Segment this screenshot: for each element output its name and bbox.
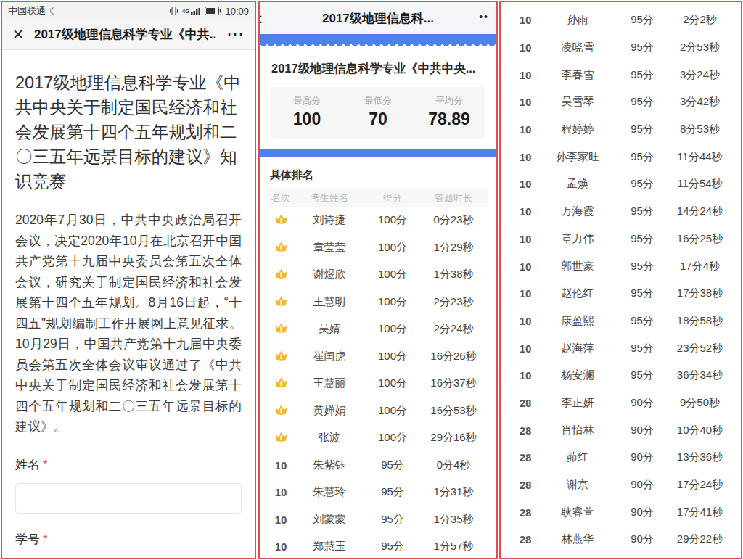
rank-number: 10 (275, 486, 287, 498)
duration-value: 11分44秒 (669, 150, 731, 164)
rank-number: 10 (520, 205, 532, 218)
student-id-input[interactable] (15, 558, 242, 560)
student-name: 谢京 (540, 478, 615, 492)
score-value: 100分 (366, 295, 419, 309)
name-input[interactable] (15, 483, 242, 514)
score-value: 95分 (615, 260, 669, 273)
rank-number: 28 (520, 397, 532, 409)
student-name: 赵海萍 (540, 342, 615, 355)
close-icon[interactable]: ✕ (12, 28, 24, 41)
table-row: 10 孟焕 95分 11分54秒 (511, 170, 731, 198)
rank-number: 10 (520, 14, 532, 26)
score-value: 90分 (615, 396, 669, 410)
score-value: 90分 (615, 424, 669, 437)
table-row: 28 肖怡林 90分 10分40秒 (511, 416, 731, 444)
table-row: 28 李正妍 90分 9分50秒 (511, 390, 731, 417)
rank-number: 10 (275, 459, 287, 472)
score-value: 95分 (615, 123, 669, 136)
duration-value: 1分38秒 (419, 268, 488, 281)
duration-value: 3分42秒 (669, 95, 731, 109)
duration-value: 2分24秒 (419, 322, 488, 336)
rank-cell (268, 213, 293, 227)
duration-value: 9分50秒 (669, 396, 731, 410)
webview-title: 2017级地理信息科学专业《中共... (34, 26, 216, 43)
duration-value: 18分58秒 (669, 314, 731, 328)
status-bar: 中国联通 ☾ 4G 10:09 (2, 2, 255, 20)
quiz-form: 2017级地理信息科学专业《中共中央关于制定国民经济和社会发展第十四个五年规划和… (2, 50, 255, 559)
min-score-stat: 最低分 70 (342, 95, 414, 129)
rank-number: 28 (520, 424, 532, 437)
rank-number: 10 (520, 69, 532, 81)
duration-value: 1分35秒 (419, 513, 488, 527)
score-value: 90分 (615, 532, 669, 546)
student-name: 郑慧玉 (293, 540, 366, 553)
more-menu-icon[interactable]: •• (479, 11, 489, 22)
student-name: 黄婵娟 (293, 404, 366, 418)
ranking-table-page1: 刘诗捷 100分 0分23秒 章莹莹 100分 1分29秒 谢煜欣 100分 1… (268, 207, 488, 559)
score-value: 100分 (366, 350, 419, 363)
duration-value: 10分40秒 (669, 424, 731, 437)
name-field-label: 姓名* (15, 456, 242, 473)
duration-value: 2分23秒 (419, 295, 488, 309)
table-row: 章莹莹 100分 1分29秒 (268, 234, 488, 262)
quiz-intro-paragraph: 2020年7月30日，中共中央政治局召开会议，决定2020年10月在北京召开中国… (15, 210, 242, 437)
gold-crown-icon (274, 268, 288, 279)
network-type-label: 4G (182, 8, 190, 15)
more-menu-icon[interactable]: ⋯ (226, 29, 245, 39)
student-name: 茆红 (540, 450, 615, 464)
rank-cell: 10 (268, 459, 293, 472)
student-name: 孙李家旺 (540, 150, 615, 164)
score-value: 95分 (615, 177, 669, 191)
student-name: 朱慧玲 (293, 485, 366, 499)
score-value: 100分 (366, 431, 419, 445)
table-row: 黄婵娟 100分 16分53秒 (268, 398, 488, 425)
score-value: 95分 (615, 150, 669, 164)
duration-value: 17分41秒 (669, 506, 731, 519)
student-name: 王慧明 (293, 295, 366, 309)
student-name: 刘蒙蒙 (293, 513, 366, 527)
table-row: 10 郑慧玉 95分 1分57秒 (268, 533, 488, 559)
duration-value: 16分26秒 (419, 350, 488, 363)
col-rank: 名次 (268, 192, 293, 205)
table-row: 28 耿睿萱 90分 17分41秒 (511, 498, 731, 526)
carrier-label: 中国联通 (8, 4, 46, 17)
rank-number: 10 (520, 96, 532, 108)
score-value: 100分 (366, 213, 419, 227)
table-row: 10 孙李家旺 95分 11分44秒 (511, 143, 731, 170)
student-name: 郭世豪 (540, 260, 615, 273)
student-name: 吴雪琴 (540, 95, 615, 109)
student-name: 朱紫钰 (293, 458, 366, 472)
col-time: 答题时长 (419, 192, 488, 205)
clock-label: 10:09 (225, 6, 249, 17)
gold-crown-icon (274, 376, 288, 388)
rank-cell (268, 295, 293, 309)
gold-crown-icon (274, 213, 288, 225)
duration-value: 17分24秒 (669, 478, 731, 492)
table-row: 刘诗捷 100分 0分23秒 (268, 207, 488, 234)
vibrate-icon (169, 7, 178, 15)
gold-crown-icon (274, 322, 288, 334)
ranking-section-title: 具体排名 (260, 157, 496, 189)
results-screen: ‹ 2017级地理信息科... •• 2017级地理信息科学专业《中共中央...… (258, 1, 498, 559)
student-name: 康盈熙 (540, 314, 615, 328)
student-name: 程婷婷 (540, 123, 615, 136)
table-row: 10 孙雨 95分 2分2秒 (511, 7, 731, 34)
score-value: 95分 (615, 68, 669, 82)
duration-value: 36分34秒 (669, 368, 731, 382)
rank-number: 10 (520, 369, 532, 382)
student-name: 孙雨 (540, 13, 615, 27)
back-icon[interactable]: ‹ (258, 7, 263, 30)
duration-value: 1分31秒 (419, 485, 488, 499)
rank-number: 10 (520, 287, 532, 300)
table-row: 10 赵海萍 95分 23分52秒 (511, 334, 731, 362)
rank-cell: 10 (268, 486, 293, 498)
table-row: 10 刘蒙蒙 95分 1分35秒 (268, 506, 488, 534)
table-row: 10 吴雪琴 95分 3分42秒 (511, 88, 731, 116)
student-name: 吴婧 (293, 322, 366, 336)
score-value: 95分 (615, 342, 669, 355)
min-score-value: 70 (342, 110, 414, 129)
table-row: 谢煜欣 100分 1分38秒 (268, 261, 488, 289)
rank-cell (268, 431, 293, 445)
table-row: 28 谢京 90分 17分24秒 (511, 472, 731, 499)
gold-crown-icon (274, 295, 288, 307)
